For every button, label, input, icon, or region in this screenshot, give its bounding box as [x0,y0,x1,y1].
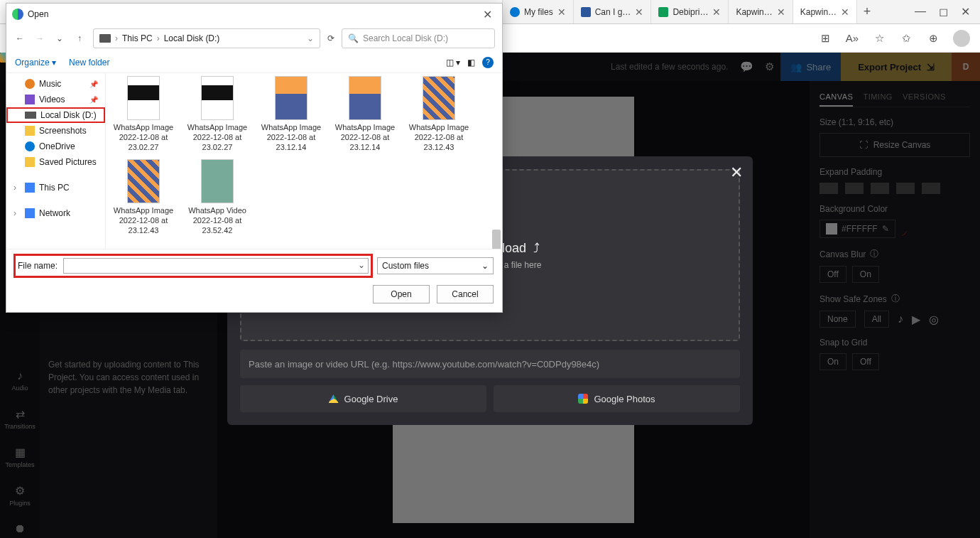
browser-tab[interactable]: Debipri…✕ [651,0,729,23]
maximize-icon[interactable]: ◻ [939,5,948,18]
url-paste-input[interactable]: Paste an image or video URL (e.g. https:… [240,350,740,378]
export-project-button[interactable]: Export Project⇲ [841,53,952,81]
tree-item-this-pc[interactable]: ›This PC [6,180,105,195]
snap-off-toggle[interactable]: Off [852,353,879,370]
sidebar-item-templates[interactable]: ▦Templates [0,441,40,473]
tree-item-videos[interactable]: Videos📌 [6,92,105,107]
sidebar-item-record[interactable]: ⏺Record [0,518,40,538]
refresh-icon[interactable]: ⟳ [327,33,334,43]
info-icon[interactable]: ⓘ [870,248,878,260]
preview-pane-icon[interactable]: ◧ [467,58,475,68]
bg-hex-display[interactable]: #FFFFFF✎ [820,220,895,238]
safezone-all[interactable]: All [864,311,889,328]
close-icon[interactable]: ✕ [777,6,785,18]
close-icon[interactable]: ✕ [730,163,743,182]
info-icon[interactable]: ⓘ [891,293,900,305]
pin-icon: 📌 [89,96,98,104]
browser-tab[interactable]: Kapwin…✕ [793,0,857,23]
tree-item-music[interactable]: Music📌 [6,76,105,92]
browser-tab[interactable]: Kapwin…✕ [729,0,793,23]
tree-item-screenshots[interactable]: Screenshots [6,123,105,139]
snap-on-toggle[interactable]: On [820,353,846,370]
share-button[interactable]: 👥Share [780,53,841,81]
open-button[interactable]: Open [373,285,430,303]
close-icon[interactable]: ✕ [635,6,643,18]
file-item[interactable]: WhatsApp Image 2022-12-08 at 23.12.43 [111,159,175,235]
file-name-input[interactable] [63,258,369,274]
favorites-list-icon[interactable]: ✩ [899,31,913,45]
tree-item-network[interactable]: ›Network [6,205,105,221]
collections-icon[interactable]: ⊕ [926,31,940,45]
eyedropper-icon[interactable]: ✎ [882,224,889,234]
file-item[interactable]: WhatsApp Image 2022-12-08 at 23.02.27 [111,76,175,152]
browser-tab[interactable]: My files✕ [503,0,574,23]
audio-icon: ♪ [17,370,23,382]
blur-off-toggle[interactable]: Off [820,266,846,283]
upload-hint-text: Get started by uploading content to This… [48,358,209,397]
chevron-down-icon[interactable]: ⌄ [53,33,66,43]
google-photos-button[interactable]: Google Photos [494,385,740,412]
google-drive-button[interactable]: Google Drive [240,385,486,412]
layout-opt[interactable] [845,183,864,194]
user-avatar[interactable]: D [952,53,980,81]
tab-canvas[interactable]: CANVAS [820,88,853,107]
file-item[interactable]: WhatsApp Video 2022-12-08 at 23.52.42 [185,159,249,235]
tree-item-onedrive[interactable]: OneDrive [6,139,105,154]
new-tab-button[interactable]: + [857,2,877,22]
search-input[interactable]: 🔍 Search Local Disk (D:) [342,28,495,48]
sidebar-item-audio[interactable]: ♪Audio [0,365,40,396]
file-type-select[interactable]: Custom files⌄ [377,257,494,274]
cancel-button[interactable]: Cancel [437,285,494,303]
file-item[interactable]: WhatsApp Image 2022-12-08 at 23.12.14 [259,76,323,152]
blur-on-toggle[interactable]: On [852,266,879,283]
tab-versions[interactable]: VERSIONS [903,88,946,107]
view-layout-icon[interactable]: ◫ ▾ [446,58,460,68]
close-icon[interactable]: ✕ [712,6,721,18]
file-item[interactable]: WhatsApp Image 2022-12-08 at 23.12.43 [407,76,471,152]
tree-item-saved-pictures[interactable]: Saved Pictures [6,154,105,170]
sidebar-item-transitions[interactable]: ⇄Transitions [0,403,40,434]
tab-timing[interactable]: TIMING [863,88,893,107]
layout-opt[interactable] [896,183,915,194]
close-icon[interactable]: ✕ [961,5,970,18]
tree-item-local-disk-d-[interactable]: Local Disk (D:) [6,107,105,123]
new-folder-button[interactable]: New folder [69,58,109,68]
youtube-icon[interactable]: ▶ [912,313,920,326]
minimize-icon[interactable]: — [915,5,926,18]
folder-icon [25,141,35,151]
organize-menu[interactable]: Organize ▾ [15,58,56,68]
back-arrow-icon[interactable]: ← [13,33,26,43]
scrollbar-thumb[interactable] [492,230,501,249]
scrollbar[interactable] [491,73,502,249]
address-breadcrumb[interactable]: › This PC › Local Disk (D:) ⌄ [93,28,320,48]
folder-icon [25,112,36,119]
help-icon[interactable]: ? [482,57,494,68]
layout-opt[interactable] [922,183,940,194]
profile-avatar[interactable] [953,30,970,47]
close-icon[interactable]: ✕ [557,6,566,18]
tab-title: Can I g… [595,7,631,17]
instagram-icon[interactable]: ◎ [929,313,939,326]
layout-opt[interactable] [820,183,838,194]
apps-icon[interactable]: ⊞ [818,31,832,45]
read-aloud-icon[interactable]: A» [845,31,859,45]
safezone-none[interactable]: None [820,311,856,328]
file-list: WhatsApp Image 2022-12-08 at 23.02.27Wha… [106,73,502,249]
forward-arrow-icon[interactable]: → [33,33,46,43]
expand-padding-options[interactable] [820,183,970,194]
file-item[interactable]: WhatsApp Image 2022-12-08 at 23.02.27 [185,76,249,152]
comments-icon[interactable]: 💬 [735,55,758,78]
favorite-star-icon[interactable]: ☆ [872,31,886,45]
resize-canvas-button[interactable]: ⛶Resize Canvas [820,133,970,157]
close-icon[interactable]: ✕ [479,8,496,21]
file-item[interactable]: WhatsApp Image 2022-12-08 at 23.12.14 [333,76,397,152]
layout-opt[interactable] [871,183,889,194]
chevron-down-icon[interactable]: ⌄ [307,33,314,43]
settings-gear-icon[interactable]: ⚙ [758,55,780,78]
up-arrow-icon[interactable]: ↑ [73,33,86,43]
tiktok-icon[interactable]: ♪ [898,313,903,326]
close-icon[interactable]: ✕ [841,6,849,18]
sidebar-item-plugins[interactable]: ⚙Plugins [0,480,40,511]
browser-tab[interactable]: Can I g…✕ [574,0,652,23]
file-thumbnail [423,76,455,120]
